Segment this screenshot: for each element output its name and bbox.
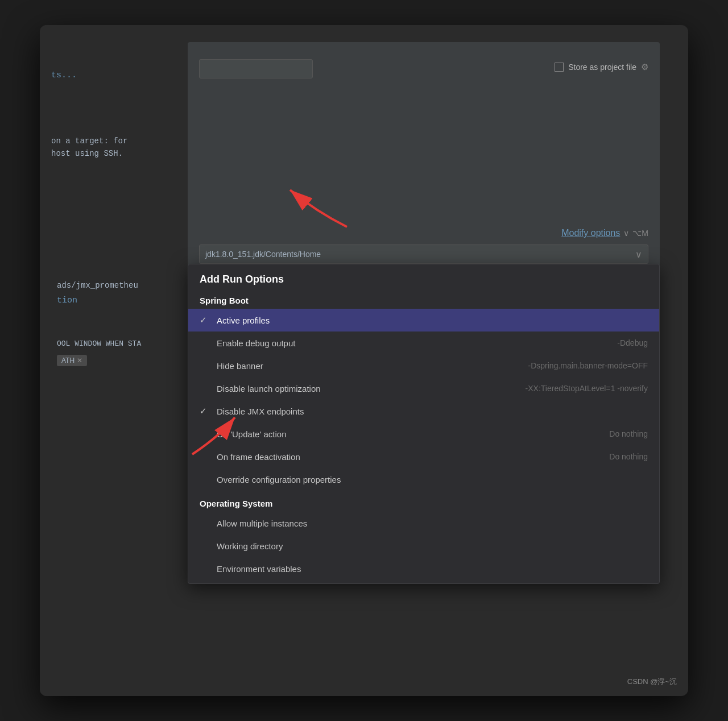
main-window: ts... on a target: for host using SSH. S… bbox=[40, 25, 688, 696]
jdk-dropdown[interactable]: jdk1.8.0_151.jdk/Contents/Home ∨ bbox=[199, 245, 648, 264]
classpath-close-icon[interactable]: ✕ bbox=[77, 357, 82, 364]
menu-item-hint-update: Do nothing bbox=[609, 429, 648, 438]
menu-item-env-vars[interactable]: Environment variables bbox=[188, 557, 659, 580]
menu-item-label-active-profiles: Active profiles bbox=[217, 316, 641, 325]
watermark: CSDN @浮~沉 bbox=[627, 677, 677, 687]
check-icon-active-profiles: ✓ bbox=[200, 315, 210, 325]
menu-item-label-workdir: Working directory bbox=[217, 541, 641, 551]
check-icon-jmx: ✓ bbox=[200, 406, 210, 416]
menu-item-label-debug: Enable debug output bbox=[217, 338, 610, 348]
menu-item-hint-banner: -Dspring.main.banner-mode=OFF bbox=[528, 361, 648, 370]
window-text: OOL WINDOW WHEN STA bbox=[57, 339, 199, 348]
dropdown-header: Add Run Options bbox=[188, 264, 659, 291]
bottom-left-panel: ads/jmx_prometheu tion OOL WINDOW WHEN S… bbox=[57, 281, 199, 366]
menu-item-label-banner: Hide banner bbox=[217, 361, 522, 371]
modify-options-row: Modify options ∨ ⌥M bbox=[561, 228, 648, 238]
classpath-badge: ATH ✕ bbox=[57, 355, 87, 366]
menu-item-active-profiles[interactable]: ✓ Active profiles bbox=[188, 309, 659, 332]
menu-item-label-launch: Disable launch optimization bbox=[217, 384, 519, 393]
menu-item-on-frame[interactable]: On frame deactivation Do nothing bbox=[188, 445, 659, 468]
store-label: Store as project file bbox=[568, 63, 636, 72]
menu-item-label-multiple: Allow multiple instances bbox=[217, 519, 641, 528]
menu-item-label-jmx: Disable JMX endpoints bbox=[217, 407, 641, 416]
menu-item-enable-debug[interactable]: Enable debug output -Ddebug bbox=[188, 332, 659, 354]
settings-panel: Store as project file ⚙ Modify options ∨… bbox=[188, 42, 660, 270]
menu-item-hint-launch: -XX:TieredStopAtLevel=1 -noverify bbox=[526, 384, 648, 393]
menu-item-override-config[interactable]: Override configuration properties bbox=[188, 468, 659, 491]
menu-item-disable-launch[interactable]: Disable launch optimization -XX:TieredSt… bbox=[188, 377, 659, 400]
option-text: tion bbox=[57, 296, 199, 305]
jdk-chevron: ∨ bbox=[635, 249, 642, 260]
classpath-label: ATH bbox=[61, 357, 75, 364]
modify-options-shortcut: ⌥M bbox=[632, 229, 648, 238]
ide-text-blue1: ts... bbox=[51, 71, 188, 80]
menu-item-allow-multiple[interactable]: Allow multiple instances bbox=[188, 512, 659, 534]
modify-options-button[interactable]: Modify options bbox=[561, 228, 620, 238]
store-checkbox[interactable] bbox=[555, 63, 564, 72]
name-input[interactable] bbox=[199, 59, 313, 78]
menu-item-disable-jmx[interactable]: ✓ Disable JMX endpoints bbox=[188, 400, 659, 422]
gear-icon[interactable]: ⚙ bbox=[641, 62, 648, 72]
menu-item-label-config: Override configuration properties bbox=[217, 475, 641, 484]
menu-item-hide-banner[interactable]: Hide banner -Dspring.main.banner-mode=OF… bbox=[188, 354, 659, 377]
jdk-value: jdk1.8.0_151.jdk/Contents/Home bbox=[205, 250, 635, 259]
menu-item-label-update: On 'Update' action bbox=[217, 429, 602, 439]
add-run-options-dropdown: Add Run Options Spring Boot ✓ Active pro… bbox=[188, 264, 660, 584]
menu-item-hint-debug: -Ddebug bbox=[617, 338, 648, 347]
store-row: Store as project file ⚙ bbox=[555, 62, 648, 72]
menu-item-working-dir[interactable]: Working directory bbox=[188, 534, 659, 557]
menu-item-label-env: Environment variables bbox=[217, 564, 641, 574]
section-label-spring-boot: Spring Boot bbox=[188, 291, 659, 309]
ide-text-white1: on a target: for bbox=[51, 135, 188, 147]
ide-text-white2: host using SSH. bbox=[51, 147, 188, 160]
jmx-text: ads/jmx_prometheu bbox=[57, 281, 199, 290]
modify-options-chevron: ∨ bbox=[623, 229, 629, 238]
section-label-os: Operating System bbox=[188, 494, 659, 512]
menu-item-label-frame: On frame deactivation bbox=[217, 452, 602, 462]
menu-item-on-update[interactable]: On 'Update' action Do nothing bbox=[188, 422, 659, 445]
menu-item-hint-frame: Do nothing bbox=[609, 452, 648, 461]
